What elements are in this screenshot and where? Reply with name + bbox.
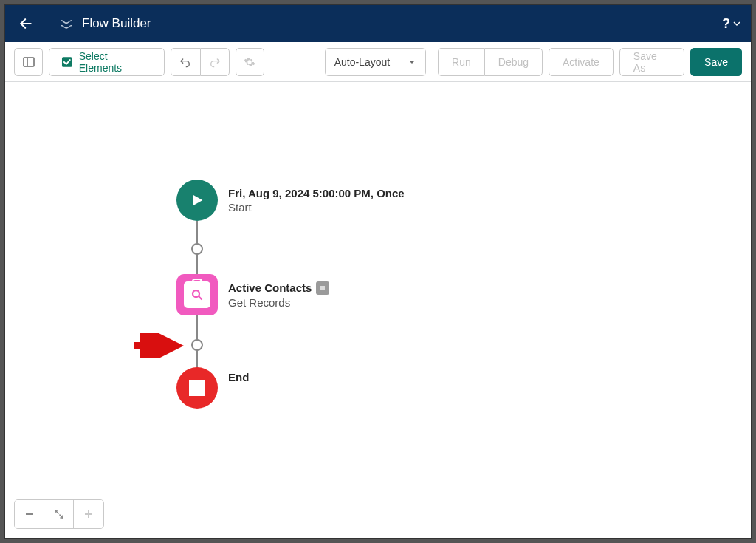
start-node-circle [176, 180, 218, 221]
settings-button[interactable] [236, 48, 264, 76]
end-node-title: End [228, 371, 249, 383]
chevron-down-icon [408, 58, 416, 66]
help-icon: ? [722, 16, 730, 32]
fit-view-button[interactable] [44, 500, 74, 528]
flow-node-get-records[interactable]: Active Contacts Get Records [176, 274, 329, 315]
run-debug-group: Run Debug [438, 48, 543, 76]
app-title: Flow Builder [82, 16, 151, 31]
chevron-down-icon [733, 20, 740, 27]
zoom-in-button[interactable] [74, 500, 103, 528]
toggle-panel-button[interactable] [14, 48, 43, 76]
activate-button[interactable]: Activate [549, 48, 614, 76]
record-node-square [176, 274, 218, 315]
checkbox-icon [61, 56, 73, 68]
add-element-button[interactable] [191, 339, 203, 351]
gear-icon [244, 56, 255, 68]
plus-icon [83, 509, 94, 519]
toolbar: Select Elements Auto-Layout Run Debug Ac… [5, 42, 751, 82]
stop-icon [189, 380, 205, 396]
annotation-arrow [131, 333, 188, 361]
minus-icon [24, 509, 35, 519]
zoom-controls [14, 499, 104, 529]
flow-builder-icon [58, 16, 75, 32]
search-icon [190, 288, 204, 301]
play-icon [189, 192, 205, 208]
end-node-circle [176, 367, 218, 409]
details-icon[interactable] [316, 281, 329, 295]
zoom-out-button[interactable] [15, 500, 44, 528]
redo-button[interactable] [200, 48, 230, 76]
start-node-title: Fri, Aug 9, 2024 5:00:00 PM, Once [228, 187, 405, 199]
select-elements-label: Select Elements [79, 50, 152, 74]
flow-node-start[interactable]: Fri, Aug 9, 2024 5:00:00 PM, Once Start [176, 180, 405, 221]
record-node-subtitle: Get Records [228, 296, 329, 309]
select-elements-button[interactable]: Select Elements [49, 48, 164, 76]
back-button[interactable] [16, 13, 36, 34]
save-as-button[interactable]: Save As [619, 48, 684, 76]
debug-button[interactable]: Debug [484, 48, 543, 76]
svg-rect-1 [24, 58, 34, 66]
undo-button[interactable] [171, 48, 200, 76]
add-element-button[interactable] [191, 243, 203, 255]
layout-mode-select[interactable]: Auto-Layout [325, 48, 426, 76]
run-button[interactable]: Run [438, 48, 484, 76]
save-button[interactable]: Save [690, 48, 742, 76]
flow-canvas[interactable]: Fri, Aug 9, 2024 5:00:00 PM, Once Start … [5, 82, 751, 538]
help-menu[interactable]: ? [722, 16, 740, 32]
start-node-subtitle: Start [228, 201, 405, 214]
app-window: Flow Builder ? Select Elements Auto-Layo [4, 4, 752, 539]
layout-mode-label: Auto-Layout [334, 56, 391, 68]
undo-redo-group [171, 48, 230, 76]
app-header: Flow Builder ? [5, 5, 751, 42]
svg-line-5 [199, 296, 202, 299]
flow-node-end[interactable]: End [176, 367, 249, 409]
record-node-title: Active Contacts [228, 281, 312, 294]
fit-icon [54, 509, 64, 519]
